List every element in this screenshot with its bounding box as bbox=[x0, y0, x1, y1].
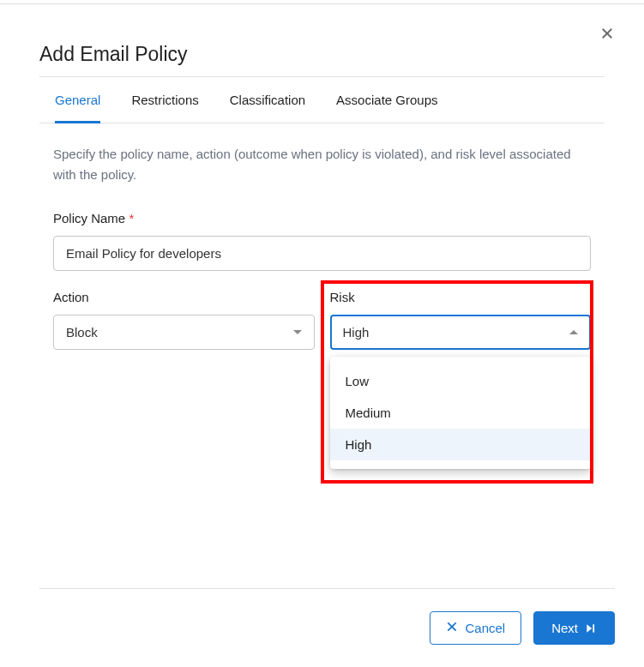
description-text: Specify the policy name, action (outcome… bbox=[53, 144, 591, 185]
action-select[interactable]: Block bbox=[53, 315, 315, 350]
tab-general[interactable]: General bbox=[55, 93, 100, 123]
action-label: Action bbox=[53, 290, 315, 304]
risk-label: Risk bbox=[330, 290, 592, 304]
tab-content-general: Specify the policy name, action (outcome… bbox=[39, 123, 605, 350]
tab-associate-groups[interactable]: Associate Groups bbox=[336, 93, 437, 123]
next-button-label: Next bbox=[551, 621, 578, 635]
svg-marker-4 bbox=[587, 624, 592, 632]
required-asterisk: * bbox=[129, 211, 134, 225]
cancel-button-label: Cancel bbox=[465, 621, 505, 635]
next-button[interactable]: Next bbox=[533, 611, 615, 645]
action-select-value: Block bbox=[66, 325, 98, 340]
policy-name-label-text: Policy Name bbox=[53, 211, 125, 225]
add-email-policy-dialog: Add Email Policy General Restrictions Cl… bbox=[0, 0, 644, 350]
risk-option-low[interactable]: Low bbox=[330, 365, 592, 397]
play-forward-icon bbox=[585, 622, 597, 634]
chevron-up-icon bbox=[569, 330, 578, 334]
dialog-title: Add Email Policy bbox=[39, 43, 605, 66]
close-icon bbox=[446, 621, 458, 635]
tab-classification[interactable]: Classification bbox=[230, 93, 305, 123]
chevron-down-icon bbox=[293, 330, 302, 334]
risk-option-medium[interactable]: Medium bbox=[330, 397, 592, 429]
risk-select[interactable]: High bbox=[330, 315, 592, 350]
dialog-footer: Cancel Next bbox=[39, 588, 615, 667]
cancel-button[interactable]: Cancel bbox=[430, 611, 521, 645]
close-icon bbox=[599, 29, 615, 44]
tabs: General Restrictions Classification Asso… bbox=[39, 77, 605, 123]
tab-restrictions[interactable]: Restrictions bbox=[131, 93, 198, 123]
close-button[interactable] bbox=[599, 26, 615, 45]
policy-name-label: Policy Name * bbox=[53, 211, 591, 225]
risk-dropdown-menu: Low Medium High bbox=[330, 357, 592, 469]
policy-name-input[interactable] bbox=[53, 236, 591, 271]
svg-rect-5 bbox=[593, 624, 594, 632]
risk-option-high[interactable]: High bbox=[330, 429, 592, 460]
risk-select-value: High bbox=[343, 325, 370, 340]
